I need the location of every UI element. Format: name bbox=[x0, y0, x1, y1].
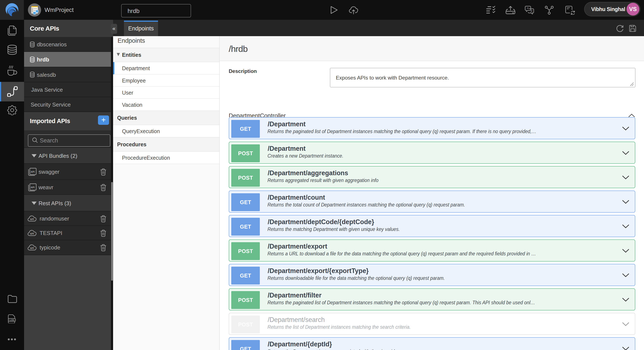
svg-text:API: API bbox=[30, 232, 34, 235]
svg-text:API: API bbox=[31, 186, 34, 189]
svg-text:LOG: LOG bbox=[10, 319, 14, 321]
svg-text:API: API bbox=[30, 247, 34, 249]
svg-text:文: 文 bbox=[530, 9, 533, 12]
svg-text:API: API bbox=[31, 171, 34, 173]
svg-text:A: A bbox=[527, 6, 529, 10]
svg-text:API: API bbox=[30, 218, 34, 220]
